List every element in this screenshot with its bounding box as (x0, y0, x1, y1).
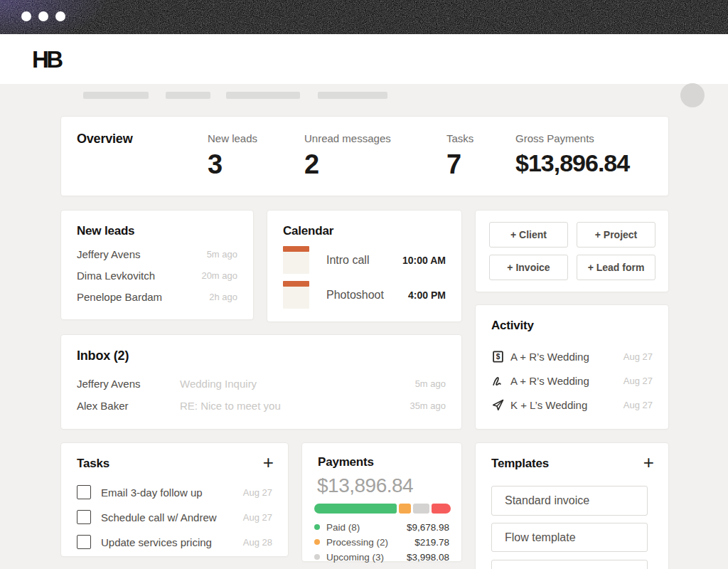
invoice-receipt-icon: $ (491, 350, 504, 363)
window-control-dot-1[interactable] (21, 11, 31, 21)
stat-value: 3 (208, 149, 257, 180)
activity-date: Aug 27 (623, 400, 653, 410)
message-sender: Alex Baker (77, 400, 180, 412)
calendar-title: Calendar (283, 224, 333, 238)
signature-icon (491, 374, 504, 387)
inbox-title: Inbox (2) (77, 349, 129, 363)
user-avatar[interactable] (680, 83, 705, 107)
add-lead-form-button[interactable]: + Lead form (577, 255, 655, 280)
stat-gross-payments: Gross Payments $13,896.84 (515, 132, 629, 177)
task-label: Email 3-day follow up (101, 486, 243, 499)
stat-value: $13,896.84 (515, 149, 629, 177)
quick-actions-card: + Client + Project + Invoice + Lead form (475, 210, 669, 292)
payments-bar-segment-processing (399, 504, 411, 514)
stat-label: New leads (208, 132, 257, 144)
activity-card: Activity $ A + R’s Wedding Aug 27 A + R’… (475, 304, 669, 430)
task-date: Aug 27 (243, 487, 272, 498)
event-title: Intro call (326, 254, 402, 267)
svg-text:$: $ (496, 353, 500, 361)
activity-title: Activity (491, 319, 534, 333)
inbox-card: Inbox (2) Jeffery Avens Wedding Inquiry … (60, 334, 462, 430)
legend-amount: $9,678.98 (407, 522, 449, 533)
legend-row-upcoming: Upcoming (3) $3,998.08 (314, 551, 449, 563)
lead-name: Dima Levkovitch (77, 270, 155, 282)
templates-card: Templates + Standard invoice Flow templa… (475, 442, 669, 569)
lead-row[interactable]: Penelope Bardam 2h ago (77, 289, 237, 304)
legend-label: Paid (8) (326, 522, 407, 533)
legend-row-processing: Processing (2) $219.78 (314, 536, 449, 548)
add-template-button[interactable]: + (643, 453, 654, 472)
payments-title: Payments (318, 455, 374, 469)
window-control-dot-2[interactable] (38, 11, 48, 21)
template-standard-invoice[interactable]: Standard invoice (491, 486, 648, 516)
tasks-card: Tasks + Email 3-day follow up Aug 27 Sch… (60, 442, 289, 557)
calendar-event-row[interactable]: Intro call 10:00 AM (283, 246, 446, 274)
add-invoice-button[interactable]: + Invoice (489, 255, 568, 280)
message-sender: Jeffery Avens (77, 378, 180, 390)
legend-amount: $219.78 (414, 537, 449, 548)
message-subject: RE: Nice to meet you (180, 400, 410, 412)
window-controls (21, 11, 65, 21)
stat-tasks: Tasks 7 (446, 132, 473, 180)
template-item-cutoff[interactable] (491, 560, 648, 569)
nav-placeholder-4[interactable] (318, 92, 387, 99)
lead-time: 2h ago (209, 292, 237, 302)
send-icon (491, 398, 504, 411)
legend-amount: $3,998.08 (407, 552, 449, 563)
overview-title: Overview (77, 132, 132, 147)
stat-unread-messages: Unread messages 2 (304, 132, 391, 180)
nav-placeholder-1[interactable] (83, 92, 149, 99)
activity-row[interactable]: A + R’s Wedding Aug 27 (491, 373, 653, 388)
new-leads-title: New leads (77, 224, 134, 238)
task-row: Update services pricing Aug 28 (77, 534, 272, 550)
overview-card: Overview New leads 3 Unread messages 2 T… (60, 116, 669, 196)
hb-logo[interactable]: HB (32, 46, 61, 73)
lead-time: 5m ago (207, 249, 237, 260)
stat-label: Gross Payments (515, 132, 629, 144)
activity-name: A + R’s Wedding (510, 375, 623, 387)
task-date: Aug 27 (243, 512, 272, 523)
stat-new-leads: New leads 3 (208, 132, 257, 180)
message-subject: Wedding Inquiry (180, 378, 415, 390)
add-client-button[interactable]: + Client (489, 222, 568, 248)
payments-bar-segment-upcoming (413, 504, 429, 514)
calendar-page-icon (283, 281, 309, 309)
task-checkbox[interactable] (77, 485, 91, 499)
add-project-button[interactable]: + Project (577, 222, 655, 248)
templates-title: Templates (491, 457, 549, 471)
payments-total: $13,896.84 (317, 474, 413, 497)
nav-placeholder-3[interactable] (226, 92, 300, 99)
activity-date: Aug 27 (623, 351, 653, 362)
stat-label: Tasks (446, 132, 473, 144)
window-title-band (0, 0, 728, 34)
payments-bar-segment-overdue (432, 504, 451, 514)
add-task-button[interactable]: + (263, 453, 274, 472)
payments-card: Payments $13,896.84 Paid (8) $9,678.98 P… (301, 442, 462, 562)
lead-row[interactable]: Jeffery Avens 5m ago (77, 246, 237, 262)
lead-time: 20m ago (201, 270, 237, 281)
task-label: Schedule call w/ Andrew (101, 511, 243, 523)
window-control-dot-3[interactable] (55, 11, 65, 21)
task-checkbox[interactable] (77, 510, 91, 524)
event-time: 4:00 PM (408, 289, 446, 301)
stat-value: 7 (446, 149, 473, 180)
nav-placeholder-2[interactable] (166, 92, 210, 99)
calendar-page-icon (283, 246, 309, 274)
inbox-message-row[interactable]: Jeffery Avens Wedding Inquiry 5m ago (77, 376, 446, 391)
task-checkbox[interactable] (77, 535, 91, 549)
inbox-message-row[interactable]: Alex Baker RE: Nice to meet you 35m ago (77, 398, 446, 413)
stat-value: 2 (304, 149, 391, 180)
event-title: Photoshoot (326, 289, 408, 302)
calendar-event-row[interactable]: Photoshoot 4:00 PM (283, 281, 446, 309)
lead-row[interactable]: Dima Levkovitch 20m ago (77, 267, 237, 283)
lead-name: Jeffery Avens (77, 248, 141, 260)
template-flow-template[interactable]: Flow template (491, 523, 648, 552)
message-time: 35m ago (410, 400, 446, 411)
activity-row[interactable]: $ A + R’s Wedding Aug 27 (491, 349, 653, 363)
activity-row[interactable]: K + L’s Wedding Aug 27 (491, 398, 653, 412)
activity-name: A + R’s Wedding (510, 351, 623, 363)
task-row: Schedule call w/ Andrew Aug 27 (77, 509, 272, 525)
task-label: Update services pricing (101, 536, 243, 548)
noise-texture (0, 0, 728, 34)
legend-dot (314, 524, 320, 530)
